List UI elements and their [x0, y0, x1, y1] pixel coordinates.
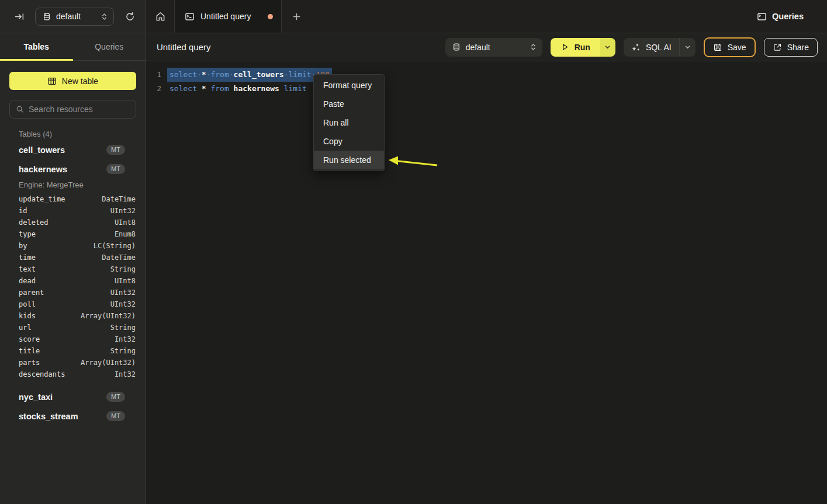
chevron-updown-icon [530, 43, 537, 51]
code-line: 1select·*·from·cell_towers·limit·100 [146, 68, 827, 82]
column-type: UInt32 [110, 300, 136, 308]
database-icon [43, 12, 51, 21]
engine-badge: MT [106, 411, 125, 421]
column-row: parentUInt32 [0, 287, 146, 298]
collapse-sidebar-icon[interactable] [12, 9, 27, 24]
engine-badge: MT [106, 392, 125, 402]
tables-section-label: Tables (4) [0, 128, 146, 140]
column-row: urlString [0, 322, 146, 333]
run-options-caret[interactable] [600, 38, 615, 57]
menu-item-format-query[interactable]: Format query [314, 76, 384, 95]
code-line: 2select * from hackernews limit [146, 82, 827, 96]
chevron-updown-icon [101, 13, 108, 20]
column-name: type [19, 230, 115, 238]
token-op: * [202, 84, 206, 93]
terminal-icon [185, 12, 195, 22]
sidebar-tab-tables[interactable]: Tables [0, 33, 73, 60]
table-grid-icon [47, 77, 57, 86]
tab-untitled-query[interactable]: Untitled query [174, 0, 282, 33]
database-selector[interactable]: default [35, 8, 114, 26]
column-name: id [19, 207, 110, 215]
column-row: partsArray(UInt32) [0, 357, 146, 369]
topbar-right: Queries [757, 0, 827, 33]
run-button[interactable]: Run [551, 38, 600, 57]
column-type: String [110, 324, 136, 332]
search-box [9, 100, 136, 119]
menu-item-run-all[interactable]: Run all [314, 113, 384, 132]
table-name: cell_towers [19, 145, 106, 155]
queries-icon [757, 12, 767, 22]
column-name: text [19, 265, 110, 273]
column-type: Int32 [115, 335, 136, 343]
sql-console-app: default [0, 0, 827, 504]
table-row[interactable]: hackernewsMT [0, 159, 146, 179]
refresh-icon[interactable] [122, 9, 137, 24]
table-row[interactable]: cell_towersMT [0, 140, 146, 159]
column-type: UInt8 [115, 218, 136, 227]
code-line-content[interactable]: select * from hackernews limit [169, 82, 307, 96]
column-type: UInt8 [115, 277, 136, 285]
save-button[interactable]: Save [704, 37, 756, 57]
sql-ai-caret[interactable] [679, 38, 695, 57]
search-icon [16, 105, 24, 113]
table-row[interactable]: nyc_taxiMT [0, 387, 146, 406]
column-row: pollUInt32 [0, 298, 146, 310]
column-name: title [19, 347, 110, 355]
engine-badge: MT [106, 164, 125, 174]
menu-item-copy[interactable]: Copy [314, 132, 384, 151]
token-kw: limit [284, 84, 307, 93]
unsaved-changes-dot [268, 14, 273, 19]
new-tab-icon[interactable] [282, 0, 311, 33]
query-header-controls: default [445, 37, 818, 57]
table-name: stocks_stream [19, 412, 106, 421]
save-icon [713, 43, 722, 52]
context-menu: Format queryPasteRun allCopyRun selected [313, 74, 385, 171]
save-label: Save [728, 43, 746, 52]
line-number: 2 [146, 82, 161, 96]
column-name: deleted [19, 218, 115, 227]
code-line-content-selected[interactable]: select·*·from·cell_towers·limit·100 [167, 68, 332, 82]
column-type: Enum8 [115, 230, 136, 238]
engine-badge: MT [106, 145, 125, 155]
column-type: UInt32 [110, 207, 136, 215]
whitespace-dot: · [197, 70, 202, 79]
column-type: DateTime [102, 253, 136, 262]
table-name: nyc_taxi [19, 392, 106, 402]
whitespace-dot: · [284, 70, 289, 79]
queries-button[interactable]: Queries [757, 12, 804, 22]
menu-item-paste[interactable]: Paste [314, 95, 384, 113]
token-op: * [202, 70, 206, 79]
sidebar-tab-queries[interactable]: Queries [73, 33, 146, 60]
column-row: typeEnum8 [0, 228, 146, 240]
tab-bar: Untitled query Queries [146, 0, 827, 33]
column-row: byLC(String) [0, 240, 146, 252]
run-split-button: Run [551, 38, 615, 57]
column-row: scoreInt32 [0, 333, 146, 345]
token-kw: select [169, 84, 197, 93]
share-label: Share [787, 43, 809, 52]
search-input[interactable] [29, 105, 130, 114]
sparkles-icon [631, 43, 641, 52]
token-kw: from [210, 70, 229, 79]
column-row: timeDateTime [0, 252, 146, 263]
query-database-selector[interactable]: default [445, 38, 542, 57]
share-button[interactable]: Share [764, 38, 818, 57]
table-engine: Engine: MergeTree [0, 179, 146, 192]
token-id: cell_towers [234, 70, 284, 79]
column-row: idUInt32 [0, 205, 146, 217]
table-row[interactable]: stocks_streamMT [0, 406, 146, 426]
spacer [0, 383, 146, 387]
new-table-button[interactable]: New table [9, 72, 136, 90]
column-name: url [19, 324, 110, 332]
run-label: Run [575, 43, 590, 52]
column-row: update_timeDateTime [0, 193, 146, 205]
sql-editor[interactable]: 1select·*·from·cell_towers·limit·1002sel… [146, 61, 827, 504]
column-row: deletedUInt8 [0, 217, 146, 228]
menu-item-run-selected[interactable]: Run selected [314, 151, 384, 169]
column-row: titleString [0, 345, 146, 357]
token-kw: limit [289, 70, 312, 79]
home-icon[interactable] [146, 0, 174, 33]
query-header: Untitled query default [146, 33, 827, 61]
sql-ai-button[interactable]: SQL AI [624, 38, 679, 57]
query-database-value: default [466, 43, 525, 52]
